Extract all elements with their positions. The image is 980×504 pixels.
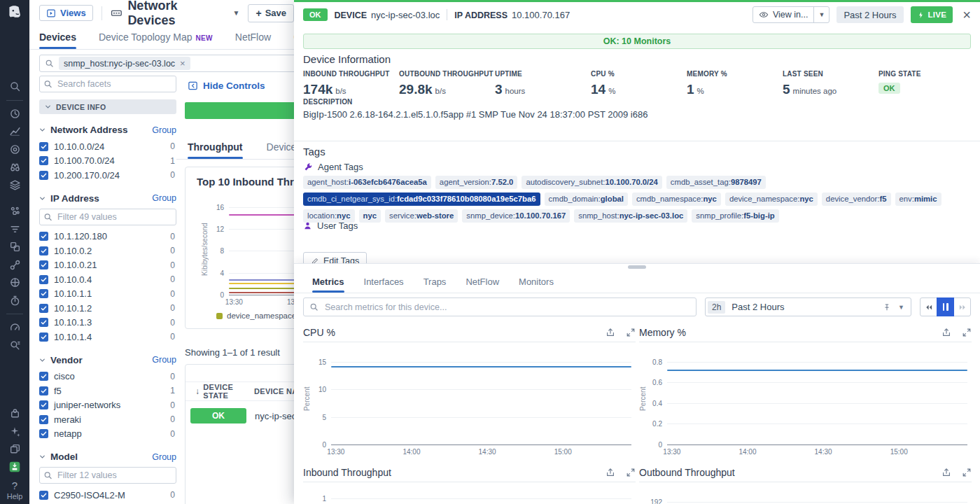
tab-netflow[interactable]: NetFlow [235, 31, 271, 49]
group-link[interactable]: Group [152, 125, 176, 135]
checkbox-checked-icon[interactable] [39, 318, 48, 327]
tag-chip[interactable]: service:web-store [385, 209, 458, 223]
pause-button[interactable] [937, 298, 954, 316]
search-icon[interactable] [0, 78, 29, 96]
facet-item[interactable]: f51 [39, 384, 176, 398]
history-icon[interactable] [0, 105, 29, 123]
facet-item[interactable]: 10.10.1.30 [39, 316, 176, 330]
tag-chip[interactable]: snmp_device:10.100.70.167 [462, 209, 570, 223]
view-in-chevron-down-icon[interactable]: ▼ [813, 7, 829, 22]
export-icon[interactable] [941, 328, 951, 337]
workflows-icon[interactable] [0, 440, 29, 458]
tag-chip[interactable]: cmdb_domain:global [545, 192, 628, 206]
facet-item[interactable]: 10.10.1.40 [39, 330, 176, 344]
logs-icon[interactable] [0, 220, 29, 239]
metrics-search-input[interactable] [323, 302, 690, 313]
facet-item[interactable]: juniper-networks0 [39, 398, 176, 413]
tab-devices[interactable]: Devices [39, 31, 76, 49]
page-title-group[interactable]: Network Devices ▼ [111, 0, 240, 28]
outbound-plot[interactable]: 192 [667, 493, 967, 504]
tag-chip[interactable]: device_vendor:f5 [822, 192, 891, 206]
checkbox-checked-icon[interactable] [39, 415, 48, 424]
fullscreen-icon[interactable] [626, 328, 636, 337]
facet-header-vendor[interactable]: VendorGroup [39, 355, 176, 365]
series-line-memory[interactable] [667, 370, 967, 371]
tag-chip[interactable]: agent_host:i-063efcb6476acea5a [303, 176, 431, 189]
live-button[interactable]: LIVE [911, 6, 953, 23]
tab-interfaces[interactable]: Interfaces [364, 276, 404, 293]
inbound-plot[interactable]: 1 [331, 493, 631, 504]
facet-item[interactable]: 10.10.0.40 [39, 272, 176, 287]
drag-handle[interactable] [628, 265, 646, 269]
fullscreen-icon[interactable] [962, 468, 972, 477]
export-icon[interactable] [941, 468, 951, 477]
tab-traps[interactable]: Traps [424, 276, 447, 293]
apm-icon[interactable] [0, 141, 29, 159]
gauge-icon[interactable] [0, 318, 29, 337]
memory-plot[interactable]: 00.20.40.60.813:3014:0014:3015:00 [667, 354, 967, 444]
search-filter-chip[interactable]: snmp_host:nyc-ip-sec-03.loc × [59, 57, 190, 70]
tab-monitors[interactable]: Monitors [519, 276, 554, 293]
checkbox-checked-icon[interactable] [39, 304, 48, 313]
cpu-plot[interactable]: 05101513:3014:0014:3015:00 [331, 354, 631, 444]
facet-item[interactable]: 10.10.1.20 [39, 301, 176, 316]
monitors-icon[interactable] [0, 292, 29, 310]
datadog-logo[interactable] [0, 4, 29, 22]
tag-chip[interactable]: snmp_profile:f5-big-ip [692, 209, 778, 223]
facet-header-ip-address[interactable]: IP AddressGroup [39, 193, 176, 204]
facet-item[interactable]: cisco0 [39, 370, 176, 384]
checkbox-checked-icon[interactable] [39, 232, 48, 241]
group-link[interactable]: Group [152, 193, 176, 203]
export-icon[interactable] [606, 468, 615, 477]
tag-chip[interactable]: nyc [359, 209, 381, 223]
fullscreen-icon[interactable] [626, 468, 636, 477]
group-link[interactable]: Group [152, 452, 176, 462]
facet-item[interactable]: meraki0 [39, 412, 176, 427]
hide-controls-button[interactable]: Hide Controls [188, 80, 265, 91]
forward-button[interactable] [953, 298, 971, 316]
facet-filter-input[interactable] [39, 209, 176, 225]
view-in-button[interactable]: View in... ▼ [752, 6, 830, 23]
facet-item[interactable]: 10.200.170.0/240 [39, 168, 176, 183]
watchdog-icon[interactable] [0, 158, 29, 176]
facet-item[interactable]: 10.10.1.10 [39, 287, 176, 302]
facet-item[interactable]: 10.10.0.20 [39, 244, 176, 258]
tab-metrics[interactable]: Metrics [312, 276, 344, 293]
facet-search-input[interactable] [39, 76, 176, 92]
fullscreen-icon[interactable] [962, 328, 972, 337]
facet-item[interactable]: 10.100.70.0/241 [39, 154, 176, 169]
save-button[interactable]: + Save [248, 4, 294, 22]
checkbox-checked-icon[interactable] [39, 275, 48, 284]
sparkles-icon[interactable] [0, 423, 29, 441]
device-info-section-header[interactable]: DEVICE INFO [39, 99, 176, 114]
audit-icon[interactable] [0, 337, 29, 355]
help-button[interactable]: ? Help [0, 479, 29, 500]
checkbox-checked-icon[interactable] [39, 372, 48, 381]
infrastructure-icon[interactable] [0, 176, 29, 195]
checkbox-checked-icon[interactable] [39, 171, 48, 180]
metrics-icon[interactable] [0, 122, 29, 141]
checkbox-checked-icon[interactable] [39, 142, 48, 151]
checkbox-checked-icon[interactable] [39, 386, 48, 396]
tag-chip[interactable]: agent_version:7.52.0 [435, 176, 518, 189]
export-icon[interactable] [606, 328, 615, 337]
checkbox-checked-icon[interactable] [39, 332, 48, 342]
tab-netflow[interactable]: NetFlow [465, 276, 499, 293]
checkbox-checked-icon[interactable] [39, 429, 48, 438]
facet-item[interactable]: 10.1.120.1800 [39, 230, 176, 244]
series-line-cpu[interactable] [331, 366, 631, 368]
service-map-icon[interactable] [0, 256, 29, 274]
timeframe-selector[interactable]: 2h Past 2 Hours ▼ [705, 298, 911, 316]
facet-item[interactable]: netapp0 [39, 427, 176, 442]
tag-chip[interactable]: autodiscovery_subnet:10.100.70.0/24 [522, 176, 662, 189]
group-link[interactable]: Group [152, 355, 176, 365]
checkbox-checked-icon[interactable] [39, 491, 48, 500]
column-device-state[interactable]: ↓ DEVICE STATE [186, 383, 254, 400]
checkbox-checked-icon[interactable] [39, 246, 48, 255]
tag-chip[interactable]: snmp_host:nyc-ip-sec-03.loc [574, 209, 687, 223]
remove-filter-icon[interactable]: × [180, 58, 186, 69]
facet-header-model[interactable]: ModelGroup [39, 451, 176, 462]
integrations-icon[interactable] [0, 405, 29, 423]
marketplace-icon[interactable] [0, 458, 29, 477]
tag-chip[interactable]: cmdb_ci_netgear_sys_id:fcdad9c033f78610b… [303, 192, 540, 206]
